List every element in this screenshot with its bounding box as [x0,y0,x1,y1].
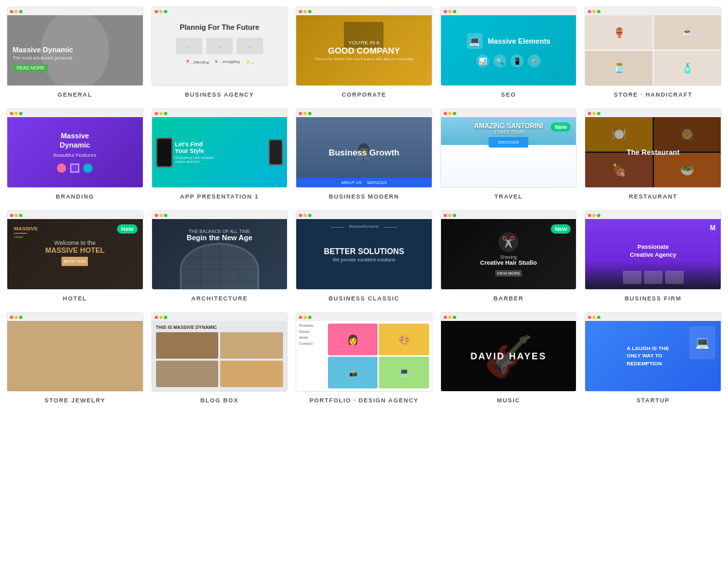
browser-dot-red [155,214,158,217]
browser-dot-red [588,10,591,13]
browser-dot-green [597,112,600,115]
browser-dot-red [299,10,302,13]
theme-thumbnail-hotel[interactable]: MASSIVE Hotel Welcome to the MASSIVE HOT… [7,210,143,290]
theme-preview-content-hotel: MASSIVE Hotel Welcome to the MASSIVE HOT… [7,219,143,289]
theme-preview-content-seo: 💻 Massive Elements 📊 🔍 📱 ⚙️ [441,15,577,85]
theme-thumbnail-business-firm[interactable]: M PassionateCreative Agency [585,210,721,290]
theme-item-business-classic[interactable]: MassiveDynamic BETTER SOLUTIONS We provi… [296,210,432,302]
theme-thumbnail-barber[interactable]: ✂️ Shaving Creative Hair Studio VIEW MOR… [440,210,577,290]
theme-item-app-presentation-1[interactable]: Let's FindYour Style Shopping with newes… [151,109,288,200]
browser-dot-green [453,214,456,217]
browser-dot-yellow [592,214,596,217]
browser-dot-green [597,10,600,13]
theme-thumbnail-app-presentation-1[interactable]: Let's FindYour Style Shopping with newes… [151,109,288,188]
theme-label-business-agency: BUSINESS AGENCY [185,91,255,98]
theme-thumbnail-store-jewelry[interactable]: 💍 📿 ⌚ 💎 [7,312,143,392]
theme-preview-content-startup: 💻 A LAUGH IS THE ONLY WAY TO REDEMPTION [585,321,721,391]
browser-dot-yellow [448,10,452,13]
browser-dot-yellow [159,214,163,217]
theme-label-business-classic: BUSINESS CLASSIC [329,295,399,302]
new-badge: New [551,122,571,132]
theme-label-barber: BARBER [493,295,524,302]
theme-label-app-presentation-1: APP PRESENTATION 1 [180,193,259,200]
theme-item-business-agency[interactable]: Plannig For The Future ... ... ... 📍 ...… [151,7,288,98]
theme-thumbnail-business-classic[interactable]: MassiveDynamic BETTER SOLUTIONS We provi… [296,210,432,290]
browser-dot-green [164,214,167,217]
theme-thumbnail-store-handicraft[interactable]: 🏺 ☕ 🫙 🧴 [585,7,721,86]
theme-thumbnail-portfolio-design-agency[interactable]: Portfolio About Work Contact 👩 🎨 📸 🖥️ [296,312,432,392]
theme-label-corporate: CORPORATE [342,91,387,98]
theme-item-portfolio-design-agency[interactable]: Portfolio About Work Contact 👩 🎨 📸 🖥️ PO… [296,312,432,404]
theme-label-store-jewelry: STORE JEWELRY [44,397,105,404]
theme-item-corporate[interactable]: YOU'RE IN A GOOD COMPANY This is the the… [296,7,432,98]
theme-item-store-jewelry[interactable]: 💍 📿 ⌚ 💎 STORE JEWELRY [7,312,143,404]
theme-preview-content-music: 🎸 DAVID HAYES [441,321,577,391]
theme-label-seo: SEO [501,91,516,98]
browser-dot-yellow [159,10,163,13]
browser-dot-red [299,112,302,115]
theme-preview-content-store-jewelry: 💍 📿 ⌚ 💎 [7,321,143,391]
theme-item-branding[interactable]: MassiveDynamic Beautiful Features BRANDI… [7,109,143,200]
browser-dot-red [155,10,158,13]
theme-thumbnail-travel[interactable]: AMAZING SANTORINI 3 DAYS TOUR DISCOVER N… [440,109,577,188]
theme-preview-content-travel: AMAZING SANTORINI 3 DAYS TOUR DISCOVER N… [441,117,577,187]
browser-dot-green [308,316,311,319]
theme-item-general[interactable]: Massive Dynamic The most advanced person… [7,7,143,98]
theme-item-store-handicraft[interactable]: 🏺 ☕ 🫙 🧴 STORE · HANDICRAFT [585,7,721,98]
theme-thumbnail-music[interactable]: 🎸 DAVID HAYES [440,312,577,392]
theme-item-business-modern[interactable]: 👨‍💼 Business Growth ABOUT USSERVICES BUS… [296,109,432,200]
theme-grid: Massive Dynamic The most advanced person… [7,7,721,404]
theme-item-architecture[interactable]: THE BALANCE OF ALL TIME Begin the New Ag… [151,210,288,302]
theme-preview-content-business-firm: M PassionateCreative Agency [585,219,721,289]
theme-thumbnail-general[interactable]: Massive Dynamic The most advanced person… [7,7,143,86]
theme-item-business-firm[interactable]: M PassionateCreative Agency BUSINESS FIR… [585,210,721,302]
theme-thumbnail-blog-box[interactable]: THIS IS MASSIVE DYNAMIC [151,312,288,392]
browser-dot-red [10,214,13,217]
new-badge: New [117,224,138,234]
browser-dot-yellow [592,316,596,319]
browser-dot-green [453,112,456,115]
browser-dot-green [453,316,456,319]
theme-thumbnail-architecture[interactable]: THE BALANCE OF ALL TIME Begin the New Ag… [151,210,288,290]
theme-item-seo[interactable]: 💻 Massive Elements 📊 🔍 📱 ⚙️ SEO [440,7,577,98]
theme-item-restaurant[interactable]: 🍽️ 🥘 🍖 🥗 The Restaurant RESTAURANT [585,109,721,200]
theme-preview-content-blog-box: THIS IS MASSIVE DYNAMIC [152,321,288,391]
theme-thumbnail-seo[interactable]: 💻 Massive Elements 📊 🔍 📱 ⚙️ [440,7,577,86]
theme-preview-content-store-handicraft: 🏺 ☕ 🫙 🧴 [585,15,721,85]
theme-thumbnail-corporate[interactable]: YOU'RE IN A GOOD COMPANY This is the the… [296,7,432,86]
theme-preview-content-architecture: THE BALANCE OF ALL TIME Begin the New Ag… [152,219,288,289]
theme-label-portfolio-design-agency: PORTFOLIO · DESIGN AGENCY [309,397,419,404]
theme-label-blog-box: BLOG BOX [200,397,239,404]
theme-preview-content-restaurant: 🍽️ 🥘 🍖 🥗 The Restaurant [585,117,721,187]
theme-item-travel[interactable]: AMAZING SANTORINI 3 DAYS TOUR DISCOVER N… [440,109,577,200]
theme-preview-content-corporate: YOU'RE IN A GOOD COMPANY This is the the… [296,15,432,85]
browser-dot-green [453,10,456,13]
browser-dot-yellow [15,214,18,217]
browser-dot-yellow [303,10,307,13]
theme-item-startup[interactable]: 💻 A LAUGH IS THE ONLY WAY TO REDEMPTION … [585,312,721,404]
theme-item-blog-box[interactable]: THIS IS MASSIVE DYNAMIC BLOG BOX [151,312,288,404]
browser-dot-red [10,10,13,13]
theme-thumbnail-restaurant[interactable]: 🍽️ 🥘 🍖 🥗 The Restaurant [585,109,721,188]
browser-dot-red [299,214,302,217]
theme-item-hotel[interactable]: MASSIVE Hotel Welcome to the MASSIVE HOT… [7,210,143,302]
theme-item-music[interactable]: 🎸 DAVID HAYES MUSIC [440,312,577,404]
theme-item-barber[interactable]: ✂️ Shaving Creative Hair Studio VIEW MOR… [440,210,577,302]
theme-thumbnail-business-modern[interactable]: 👨‍💼 Business Growth ABOUT USSERVICES [296,109,432,188]
browser-dot-red [444,10,447,13]
browser-dot-green [19,10,22,13]
theme-thumbnail-branding[interactable]: MassiveDynamic Beautiful Features [7,109,143,188]
browser-dot-yellow [15,10,18,13]
browser-dot-green [164,10,167,13]
theme-label-music: MUSIC [497,397,520,404]
theme-preview-content-business-classic: MassiveDynamic BETTER SOLUTIONS We provi… [296,219,432,289]
theme-thumbnail-startup[interactable]: 💻 A LAUGH IS THE ONLY WAY TO REDEMPTION [585,312,721,392]
theme-thumbnail-business-agency[interactable]: Plannig For The Future ... ... ... 📍 ...… [151,7,288,86]
browser-dot-yellow [159,316,163,319]
theme-preview-content-business-modern: 👨‍💼 Business Growth ABOUT USSERVICES [296,117,432,187]
browser-dot-red [588,316,591,319]
browser-dot-green [597,316,600,319]
browser-dot-green [19,316,22,319]
browser-dot-yellow [592,112,596,115]
browser-dot-yellow [448,316,452,319]
